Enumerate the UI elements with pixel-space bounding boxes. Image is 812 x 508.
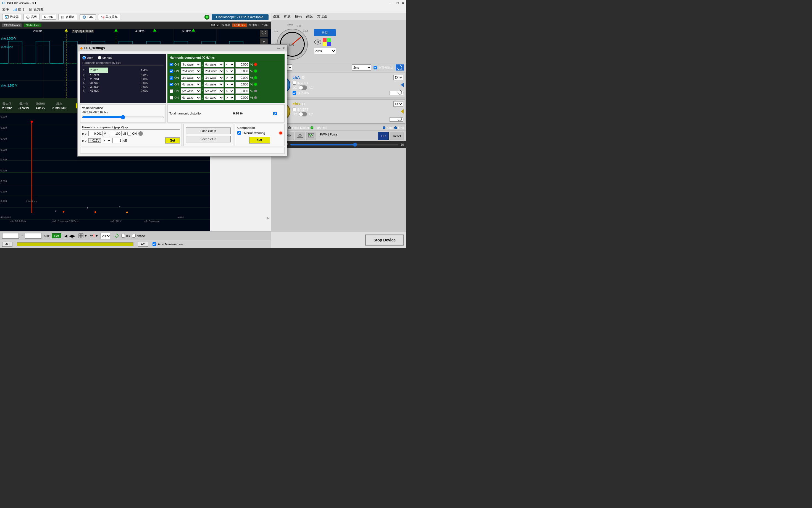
ac-left-btn[interactable]: AC: [2, 242, 12, 247]
window-controls[interactable]: — □ ×: [390, 1, 404, 5]
auto-measurement-checkbox[interactable]: [152, 242, 156, 246]
fft-close[interactable]: ×: [283, 46, 285, 50]
hc-val-3[interactable]: [235, 82, 249, 87]
hc-ys-checkbox-5[interactable]: [170, 96, 173, 99]
hc-wave2-3[interactable]: 4th wave: [204, 82, 224, 87]
arrow-controls[interactable]: |◀ ◀▶: [63, 234, 76, 238]
oscilloscope-btn[interactable]: 示波器: [2, 14, 21, 20]
lan-btn[interactable]: LAN: [80, 14, 96, 20]
hc-wave1-4[interactable]: 5th wave: [181, 88, 201, 94]
cha-volt-select[interactable]: 1X: [393, 75, 403, 80]
overrun-checkbox[interactable]: [237, 131, 241, 135]
menu-stats[interactable]: 统计: [13, 7, 25, 12]
cha-invert-checkbox[interactable]: [293, 81, 296, 85]
time-select3[interactable]: 2ms: [352, 65, 371, 71]
hc-wave1-2[interactable]: 3rd wave: [181, 75, 201, 81]
close-btn[interactable]: ×: [402, 1, 404, 5]
hc-op-3[interactable]: >: [225, 82, 234, 87]
hc-ys-checkbox-0[interactable]: [170, 63, 173, 67]
high-res-label[interactable]: High-Res: [315, 126, 327, 129]
hc-op-4[interactable]: >: [225, 88, 234, 94]
pp-on-checkbox[interactable]: [127, 132, 131, 135]
mode-select[interactable]: 2D: [101, 233, 111, 239]
advanced-btn[interactable]: 高级: [23, 14, 40, 20]
hc-wave2-2[interactable]: 3rd wave: [204, 75, 224, 81]
menu-histogram[interactable]: 直方图: [29, 7, 44, 12]
hc-wave2-1[interactable]: 2nd wave: [204, 68, 224, 74]
hc-val-4[interactable]: [235, 88, 249, 94]
hc-op-0[interactable]: <: [225, 62, 234, 67]
grid-controls[interactable]: ▼: [79, 234, 87, 238]
wave-mountain-btn[interactable]: [295, 132, 305, 140]
hc-wave1-0[interactable]: 3rd wave: [181, 62, 201, 67]
cha-baseline-checkbox[interactable]: [293, 91, 296, 95]
pp-db-input[interactable]: [110, 131, 122, 136]
cha-refresh-btn[interactable]: [397, 90, 402, 96]
multi-channel-btn[interactable]: 多通道: [58, 14, 77, 20]
fft-window-controls[interactable]: — ×: [277, 46, 285, 50]
fir-btn[interactable]: FIR: [378, 132, 389, 140]
hc-val-5[interactable]: [235, 95, 249, 100]
time-select[interactable]: 20ns: [314, 48, 336, 54]
hc-ys-checkbox-1[interactable]: [170, 70, 173, 73]
menu-file[interactable]: 文件: [2, 7, 9, 12]
pp-set-btn[interactable]: Set: [165, 137, 180, 143]
tolerance-slider[interactable]: [82, 115, 164, 120]
refresh-btn[interactable]: [114, 233, 119, 239]
pp2-db-input[interactable]: [112, 138, 123, 143]
pp-input-1[interactable]: [88, 131, 103, 136]
refresh-right-btn[interactable]: [396, 65, 404, 71]
scroll-indicator[interactable]: ▶: [267, 216, 270, 220]
chb-invert-checkbox[interactable]: [293, 108, 296, 111]
freq-input-left[interactable]: [2, 233, 19, 239]
pp2-op[interactable]: >: [102, 138, 111, 143]
sine-label[interactable]: Sine: [386, 126, 393, 129]
hc-ys-checkbox-3[interactable]: [170, 83, 173, 86]
db-checkbox[interactable]: [121, 234, 125, 238]
chb-dc-ac-toggle[interactable]: [299, 112, 307, 117]
reset-btn[interactable]: Reset: [390, 132, 404, 140]
harmonic-input-1[interactable]: [89, 68, 108, 73]
rs232-btn[interactable]: RS232: [42, 15, 56, 19]
set-freq-btn[interactable]: Set: [52, 234, 61, 238]
minimize-btn[interactable]: —: [390, 1, 393, 5]
hc-op-1[interactable]: >: [225, 68, 234, 74]
peak-detect-label[interactable]: Peak-Detect: [292, 126, 309, 129]
hc-val-1[interactable]: [235, 68, 249, 74]
hc-wave2-4[interactable]: 5th wave: [204, 88, 224, 94]
comparison-set-btn[interactable]: Set: [249, 137, 271, 143]
menu-decode[interactable]: 解码: [295, 14, 302, 19]
phase-checkbox[interactable]: [132, 234, 136, 238]
fft-minimize[interactable]: —: [277, 46, 280, 50]
menu-advanced[interactable]: 高级: [306, 14, 313, 19]
chb-volt-select[interactable]: 1X: [393, 101, 403, 107]
freq-input-right[interactable]: [25, 233, 41, 239]
menu-compare[interactable]: 对比图: [317, 14, 327, 19]
hc-ys-checkbox-2[interactable]: [170, 76, 173, 80]
ac-right-btn[interactable]: AC: [138, 242, 148, 247]
cha-dc-ac-toggle[interactable]: [299, 85, 307, 90]
hc-wave2-5[interactable]: 6th wave: [204, 95, 224, 100]
vertical-divider-checkbox[interactable]: [374, 66, 377, 70]
maximize-btn[interactable]: □: [397, 1, 399, 5]
hc-ys-checkbox-4[interactable]: [170, 89, 173, 93]
thd-on-checkbox[interactable]: [273, 112, 277, 115]
hc-wave1-5[interactable]: 6th wave: [181, 95, 201, 100]
single-capture-btn[interactable]: 单次采集: [98, 14, 120, 20]
hc-wave2-0[interactable]: 6th wave: [204, 62, 224, 67]
menu-expand[interactable]: 扩展: [284, 14, 291, 19]
menu-settings[interactable]: 设置: [273, 14, 280, 19]
hc-op-2[interactable]: >: [225, 75, 234, 81]
load-setup-btn[interactable]: Load Setup: [186, 127, 231, 134]
save-setup-btn[interactable]: Save Setup: [186, 136, 231, 142]
wave-scope-btn[interactable]: [306, 132, 316, 140]
stop-device-btn[interactable]: Stop Device: [365, 235, 404, 246]
hc-wave1-3[interactable]: 4th wave: [181, 82, 201, 87]
hc-val-0[interactable]: [235, 62, 249, 67]
refresh-slider[interactable]: [290, 144, 398, 145]
manual-radio[interactable]: [98, 56, 101, 59]
line-label[interactable]: Line: [398, 126, 404, 129]
hc-val-2[interactable]: [235, 75, 249, 81]
auto-btn[interactable]: 自动: [314, 29, 336, 36]
auto-radio[interactable]: [82, 56, 86, 59]
